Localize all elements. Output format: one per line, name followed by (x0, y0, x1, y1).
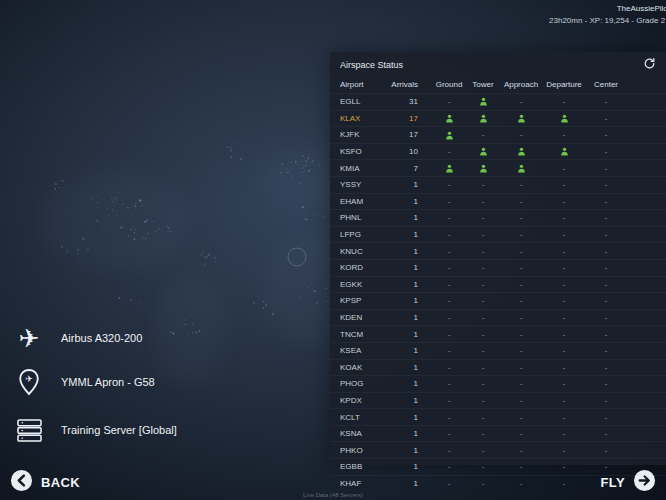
aircraft-selector[interactable]: ✈ Airbus A320-200 (10, 318, 142, 358)
table-row[interactable]: EGLL31---- (330, 93, 666, 110)
atc-none: - (500, 230, 542, 239)
atc-none: - (500, 130, 542, 139)
table-row[interactable]: KDEN1----- (330, 309, 666, 326)
column-header-tower: Tower (466, 80, 500, 89)
table-row[interactable]: KORD1----- (330, 259, 666, 276)
atc-none: - (542, 429, 586, 438)
live-data-status: Live Data (48 Servers) (303, 492, 363, 498)
server-icon (10, 418, 48, 443)
arrivals-count: 31 (388, 97, 432, 106)
atc-none: - (432, 263, 466, 272)
atc-none: - (542, 330, 586, 339)
arrivals-count: 1 (388, 413, 432, 422)
table-row[interactable]: KPDX1----- (330, 392, 666, 409)
airport-code: KOAK (340, 363, 388, 372)
panel-header: Airspace Status (330, 52, 666, 75)
atc-none: - (500, 180, 542, 189)
table-row[interactable]: KMIA7-- (330, 159, 666, 176)
airport-code: KPDX (340, 396, 388, 405)
table-row[interactable]: YSSY1----- (330, 176, 666, 193)
pilot-profile: TheAussiePilot 23h20mn - XP: 19,254 - Gr… (549, 3, 666, 28)
atc-none: - (432, 247, 466, 256)
atc-none: - (432, 230, 466, 239)
atc-none: - (466, 247, 500, 256)
column-header-center: Center (586, 80, 626, 89)
atc-none: - (432, 313, 466, 322)
atc-none: - (432, 213, 466, 222)
atc-none: - (466, 230, 500, 239)
airport-code: EHAM (340, 197, 388, 206)
atc-none: - (586, 164, 626, 173)
airport-code: KLAX (340, 114, 388, 123)
atc-active-icon (466, 114, 500, 123)
location-selector[interactable]: ✈ YMML Apron - G58 (10, 362, 155, 402)
atc-none: - (542, 130, 586, 139)
table-row[interactable]: TNCM1----- (330, 325, 666, 342)
atc-none: - (586, 429, 626, 438)
atc-none: - (432, 197, 466, 206)
atc-none: - (542, 280, 586, 289)
atc-none: - (466, 346, 500, 355)
table-row[interactable]: KSNA1----- (330, 425, 666, 442)
atc-none: - (432, 330, 466, 339)
atc-none: - (466, 363, 500, 372)
table-row[interactable]: KSEA1----- (330, 342, 666, 359)
table-row[interactable]: KNUC1----- (330, 242, 666, 259)
server-selector[interactable]: Training Server [Global] (10, 410, 177, 450)
airport-code: KSEA (340, 346, 388, 355)
atc-none: - (542, 446, 586, 455)
fly-button[interactable]: FLY (600, 469, 656, 496)
airspace-status-panel: Airspace Status AirportArrivalsGroundTow… (330, 52, 666, 465)
table-row[interactable]: KOAK1----- (330, 359, 666, 376)
atc-none: - (500, 379, 542, 388)
table-row[interactable]: EGKK1----- (330, 276, 666, 293)
table-row[interactable]: PHNL1----- (330, 209, 666, 226)
atc-none: - (432, 180, 466, 189)
table-row[interactable]: KLAX17- (330, 110, 666, 127)
atc-none: - (432, 379, 466, 388)
table-row[interactable]: KSFO10-- (330, 143, 666, 160)
atc-none: - (466, 197, 500, 206)
refresh-icon (643, 56, 656, 74)
atc-active-icon (432, 163, 466, 172)
airport-code: EGKK (340, 280, 388, 289)
airport-code: EGLL (340, 97, 388, 106)
airport-code: KMIA (340, 164, 388, 173)
atc-active-icon (542, 114, 586, 123)
arrivals-count: 10 (388, 147, 432, 156)
atc-none: - (586, 313, 626, 322)
refresh-button[interactable] (643, 56, 656, 74)
table-row[interactable]: KCLT1----- (330, 408, 666, 425)
atc-none: - (586, 130, 626, 139)
atc-none: - (500, 363, 542, 372)
table-row[interactable]: PHKO1----- (330, 441, 666, 458)
back-arrow-icon (10, 469, 33, 496)
atc-none: - (432, 280, 466, 289)
airport-table-body: EGLL31----KLAX17-KJFK17----KSFO10--KMIA7… (330, 93, 666, 491)
back-button[interactable]: BACK (10, 469, 80, 496)
server-label: Training Server [Global] (61, 424, 177, 436)
airport-code: KCLT (340, 413, 388, 422)
arrivals-count: 1 (388, 197, 432, 206)
atc-none: - (432, 413, 466, 422)
table-row[interactable]: EHAM1----- (330, 193, 666, 210)
atc-none: - (586, 213, 626, 222)
atc-none: - (542, 396, 586, 405)
arrivals-count: 1 (388, 330, 432, 339)
table-row[interactable]: PHOG1----- (330, 375, 666, 392)
atc-none: - (586, 97, 626, 106)
atc-none: - (542, 180, 586, 189)
atc-none: - (500, 197, 542, 206)
atc-none: - (466, 296, 500, 305)
airport-code: LFPG (340, 230, 388, 239)
table-row[interactable]: KJFK17---- (330, 126, 666, 143)
atc-none: - (466, 413, 500, 422)
arrivals-count: 1 (388, 396, 432, 405)
table-row[interactable]: LFPG1----- (330, 226, 666, 243)
atc-none: - (432, 363, 466, 372)
atc-active-icon (432, 114, 466, 123)
table-row[interactable]: KPSP1----- (330, 292, 666, 309)
atc-none: - (542, 413, 586, 422)
atc-none: - (586, 114, 626, 123)
location-pin-icon: ✈ (10, 367, 48, 397)
